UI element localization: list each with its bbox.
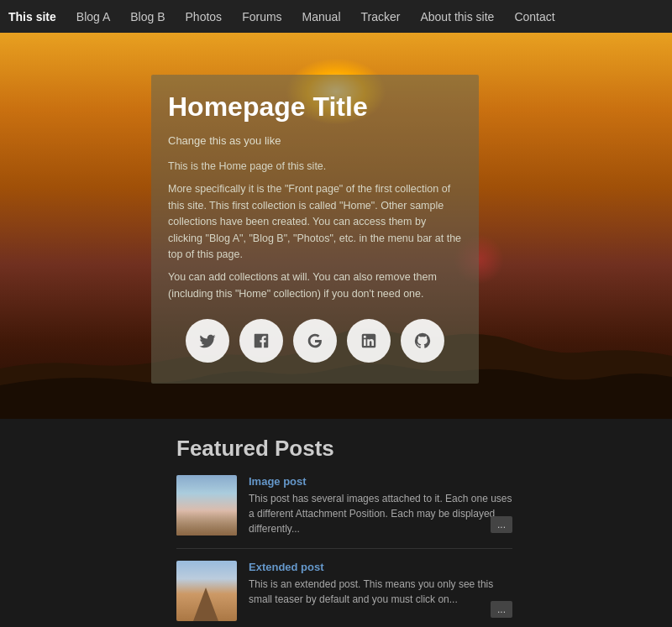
featured-post-2: Extended post This is an extended post. … (176, 561, 512, 627)
post-link-2[interactable]: Extended post (249, 561, 512, 573)
linkedin-icon[interactable] (347, 319, 391, 363)
homepage-title: Homepage Title (168, 91, 462, 123)
nav-item-about[interactable]: About this site (410, 0, 504, 33)
nav-item-tracker[interactable]: Tracker (351, 0, 411, 33)
nav-item-forums[interactable]: Forums (232, 0, 291, 33)
googleplus-icon[interactable] (293, 319, 337, 363)
github-icon[interactable] (401, 319, 444, 363)
main-nav: This site Blog A Blog B Photos Forums Ma… (0, 0, 672, 33)
social-icons-row (168, 319, 462, 363)
featured-posts-title: Featured Posts (176, 436, 512, 462)
main-content: Featured Posts Image post This post has … (0, 419, 672, 627)
homepage-body2: More specifically it is the "Front page"… (168, 181, 462, 263)
nav-item-blogb[interactable]: Blog B (120, 0, 175, 33)
post-more-button-2[interactable]: ... (491, 601, 512, 618)
featured-post-1: Image post This post has several images … (176, 475, 512, 549)
hero-section: Homepage Title Change this as you like T… (0, 33, 672, 419)
homepage-body3: You can add collections at will. You can… (168, 269, 462, 302)
post-excerpt-1: This post has several images attached to… (249, 491, 512, 536)
nav-item-photos[interactable]: Photos (176, 0, 233, 33)
nav-item-contact[interactable]: Contact (504, 0, 564, 33)
facebook-icon[interactable] (239, 319, 283, 363)
post-thumbnail-2 (176, 561, 237, 621)
nav-item-manual[interactable]: Manual (292, 0, 351, 33)
nav-brand[interactable]: This site (8, 0, 66, 33)
hero-card: Homepage Title Change this as you like T… (151, 75, 479, 384)
post-excerpt-2: This is an extended post. This means you… (249, 577, 512, 607)
post-link-1[interactable]: Image post (249, 475, 512, 488)
twitter-icon[interactable] (186, 319, 229, 363)
homepage-body1: This is the Home page of this site. (168, 159, 462, 175)
post-thumbnail-1 (176, 475, 237, 536)
post-more-button-1[interactable]: ... (491, 516, 512, 533)
nav-item-bloga[interactable]: Blog A (66, 0, 120, 33)
homepage-subtitle: Change this as you like (168, 134, 462, 147)
post-info-2: Extended post This is an extended post. … (249, 561, 512, 621)
post-info-1: Image post This post has several images … (249, 475, 512, 536)
